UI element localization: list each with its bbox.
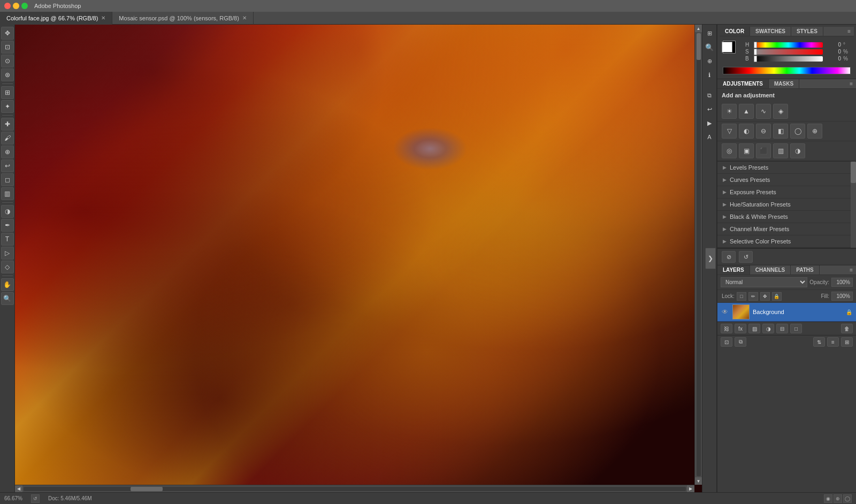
lock-image-icon[interactable]: ✏ xyxy=(748,292,758,301)
status-icon-3[interactable]: ◯ xyxy=(843,494,852,503)
maximize-dot[interactable] xyxy=(21,3,28,9)
expand-panels-button[interactable]: ❯ xyxy=(705,248,716,269)
eyedropper-tool[interactable]: ✦ xyxy=(1,100,14,113)
history-btn[interactable]: ↩ xyxy=(703,103,716,116)
navigator-btn[interactable]: ⊕ xyxy=(703,55,716,67)
layer-distribute-btn[interactable]: ≡ xyxy=(827,337,839,347)
hue-thumb[interactable] xyxy=(754,42,757,48)
tab-close-2[interactable]: ✕ xyxy=(242,15,247,21)
preset-item-1[interactable]: ▶ Levels Presets xyxy=(717,162,856,174)
layer-arrange-btn[interactable]: ⇅ xyxy=(813,337,825,347)
zoom-reset-btn[interactable]: ↺ xyxy=(31,494,40,503)
layer-smart-btn[interactable]: ⧉ xyxy=(735,337,746,347)
opacity-value[interactable]: 100% xyxy=(831,278,853,287)
adj-huesat-icon[interactable]: ◐ xyxy=(739,124,754,139)
path-select-tool[interactable]: ▷ xyxy=(1,247,14,259)
blend-mode-dropdown[interactable]: Normal xyxy=(721,277,807,287)
scroll-track-v[interactable] xyxy=(697,33,701,476)
sat-slider[interactable] xyxy=(754,49,823,55)
adj-gradientmap-icon[interactable]: ▥ xyxy=(773,143,788,158)
tab-layers[interactable]: LAYERS xyxy=(717,265,750,274)
preset-item-7[interactable]: ▶ Selective Color Presets xyxy=(717,235,856,248)
scroll-left-arrow[interactable]: ◀ xyxy=(15,485,22,493)
lasso-tool[interactable]: ⊙ xyxy=(1,55,14,67)
new-group-btn[interactable]: ⊟ xyxy=(776,324,788,333)
tab-color[interactable]: COLOR xyxy=(720,27,750,36)
clone-tool[interactable]: ⊕ xyxy=(1,146,14,158)
adj-vibrance-icon[interactable]: ▽ xyxy=(722,124,737,139)
scroll-right-arrow[interactable]: ▶ xyxy=(687,485,694,493)
adj-threshold-icon[interactable]: ⬛ xyxy=(756,143,771,158)
layers-panel-menu[interactable]: ≡ xyxy=(846,265,856,274)
vertical-scrollbar[interactable]: ▲ ▼ xyxy=(694,25,702,485)
adj-photofilter-icon[interactable]: ◯ xyxy=(790,124,805,139)
tab-colorful-face[interactable]: Colorful face.jpg @ 66.7% (RGB/8) ✕ xyxy=(0,12,112,25)
adj-curves-icon[interactable]: ∿ xyxy=(756,104,771,119)
hue-slider[interactable] xyxy=(754,42,823,48)
tab-swatches[interactable]: SWATCHES xyxy=(750,27,791,36)
adj-levels-icon[interactable]: ▲ xyxy=(739,104,754,119)
adj-selectivecolor-icon[interactable]: ◑ xyxy=(790,143,805,158)
adj-clip-icon[interactable]: ⊘ xyxy=(722,251,736,263)
new-fill-btn[interactable]: ◑ xyxy=(762,324,774,333)
bright-thumb[interactable] xyxy=(754,56,757,62)
zoom-to-fit-btn[interactable]: ⊞ xyxy=(703,27,716,40)
presets-scrollbar[interactable] xyxy=(851,162,856,248)
adj-panel-menu[interactable]: ≡ xyxy=(846,79,856,88)
tab-masks[interactable]: MASKS xyxy=(769,79,799,88)
sat-thumb[interactable] xyxy=(754,49,757,55)
type-mini-btn[interactable]: A xyxy=(703,131,716,143)
minimize-dot[interactable] xyxy=(13,3,19,9)
adj-posterize-icon[interactable]: ▣ xyxy=(739,143,754,158)
presets-scrollbar-thumb[interactable] xyxy=(851,162,856,183)
text-tool[interactable]: T xyxy=(1,233,14,246)
zoom-in-btn[interactable]: 🔍 xyxy=(703,41,716,54)
zoom-tool[interactable]: 🔍 xyxy=(1,292,14,305)
layer-align-btn[interactable]: ⊞ xyxy=(841,337,853,347)
new-layer-btn[interactable]: □ xyxy=(790,324,802,333)
preset-item-4[interactable]: ▶ Hue/Saturation Presets xyxy=(717,198,856,211)
scroll-thumb-v[interactable] xyxy=(697,33,701,60)
bright-slider[interactable] xyxy=(754,56,823,62)
tab-channels[interactable]: CHANNELS xyxy=(750,265,791,274)
scroll-thumb-h[interactable] xyxy=(131,487,163,491)
move-tool[interactable]: ✥ xyxy=(1,27,14,40)
clone-mini-btn[interactable]: ⧉ xyxy=(703,89,716,102)
delete-layer-btn[interactable]: 🗑 xyxy=(841,324,853,333)
crop-tool[interactable]: ⊞ xyxy=(1,86,14,99)
dodge-tool[interactable]: ◑ xyxy=(1,205,14,218)
adj-colorbalance-icon[interactable]: ⊖ xyxy=(756,124,771,139)
preset-item-3[interactable]: ▶ Exposure Presets xyxy=(717,186,856,198)
background-swatch[interactable] xyxy=(722,42,732,52)
hand-tool[interactable]: ✋ xyxy=(1,278,14,291)
gradient-tool[interactable]: ▥ xyxy=(1,187,14,200)
status-icon-1[interactable]: ◉ xyxy=(824,494,832,503)
preset-item-2[interactable]: ▶ Curves Presets xyxy=(717,174,856,186)
canvas-area[interactable]: ◀ ▶ ▲ ▼ xyxy=(15,25,702,492)
tab-adjustments[interactable]: ADJUSTMENTS xyxy=(717,79,769,88)
close-dot[interactable] xyxy=(4,3,11,9)
layer-background[interactable]: 👁 Background 🔒 xyxy=(717,303,856,322)
layer-comp-btn[interactable]: ⊡ xyxy=(721,337,732,347)
pen-tool[interactable]: ✒ xyxy=(1,219,14,232)
info-btn[interactable]: ℹ xyxy=(703,68,716,81)
add-style-btn[interactable]: fx xyxy=(735,324,746,333)
actions-btn[interactable]: ▶ xyxy=(703,117,716,129)
tab-close-1[interactable]: ✕ xyxy=(101,15,105,21)
lock-position-icon[interactable]: ✥ xyxy=(760,292,770,301)
link-layers-btn[interactable]: ⛓ xyxy=(721,324,732,333)
lock-all-icon[interactable]: 🔒 xyxy=(772,292,782,301)
fill-value[interactable]: 100% xyxy=(831,292,853,301)
adj-invert-icon[interactable]: ◎ xyxy=(722,143,737,158)
add-mask-btn[interactable]: ▨ xyxy=(748,324,760,333)
magic-wand-tool[interactable]: ⊛ xyxy=(1,68,14,81)
color-spectrum[interactable] xyxy=(723,67,851,74)
marquee-tool[interactable]: ⊡ xyxy=(1,41,14,54)
adj-channelmix-icon[interactable]: ⊕ xyxy=(807,124,822,139)
scroll-down-arrow[interactable]: ▼ xyxy=(695,477,702,485)
adj-prev-icon[interactable]: ↺ xyxy=(739,251,753,263)
scroll-up-arrow[interactable]: ▲ xyxy=(695,25,702,32)
color-panel-menu[interactable]: ≡ xyxy=(844,27,854,36)
preset-item-5[interactable]: ▶ Black & White Presets xyxy=(717,211,856,223)
status-icon-2[interactable]: ⊕ xyxy=(834,494,842,503)
